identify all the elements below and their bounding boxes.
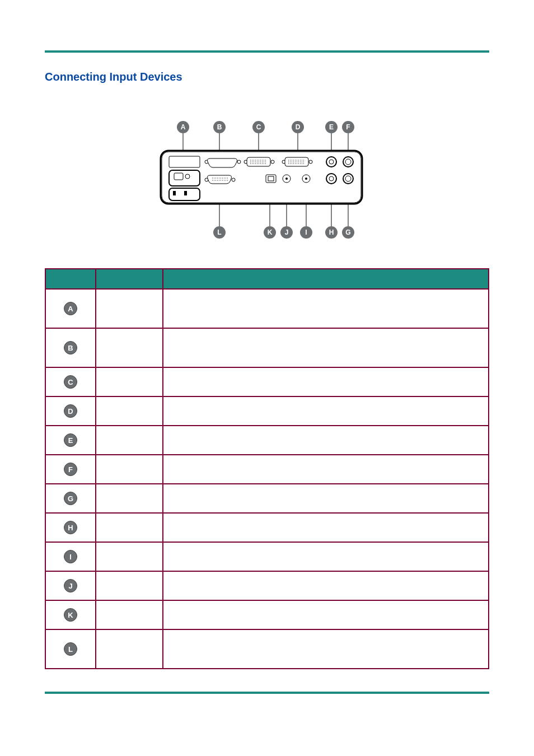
row-h-desc bbox=[163, 513, 489, 542]
svg-point-44 bbox=[285, 178, 288, 180]
row-a-label bbox=[96, 289, 163, 328]
svg-point-48 bbox=[329, 176, 334, 181]
table-row: I bbox=[45, 542, 489, 571]
callout-f-icon: F bbox=[346, 123, 350, 131]
callout-k-icon: K bbox=[268, 228, 273, 236]
row-l-label bbox=[96, 629, 163, 669]
table-row: H bbox=[45, 513, 489, 542]
rear-panel-diagram: A B C D E F bbox=[45, 117, 489, 246]
badge-k-icon: K bbox=[64, 608, 77, 622]
svg-point-17 bbox=[185, 174, 190, 179]
callout-j-icon: J bbox=[285, 228, 289, 236]
top-divider bbox=[45, 50, 489, 53]
svg-rect-16 bbox=[174, 173, 183, 180]
svg-point-36 bbox=[309, 160, 312, 164]
badge-d-icon: D bbox=[64, 404, 77, 418]
bottom-divider bbox=[45, 692, 489, 694]
svg-point-46 bbox=[305, 178, 307, 180]
table-row: L bbox=[45, 629, 489, 669]
badge-l-icon: L bbox=[64, 642, 77, 656]
row-c-desc bbox=[163, 367, 489, 396]
badge-b-icon: B bbox=[64, 341, 77, 354]
svg-point-40 bbox=[345, 159, 351, 165]
table-header-icon bbox=[45, 269, 96, 289]
callout-d-icon: D bbox=[296, 123, 301, 131]
row-b-desc bbox=[163, 328, 489, 367]
callout-i-icon: I bbox=[305, 228, 307, 236]
svg-rect-20 bbox=[184, 191, 187, 195]
badge-c-icon: C bbox=[64, 375, 77, 389]
callout-g-icon: G bbox=[345, 228, 350, 236]
row-k-label bbox=[96, 600, 163, 629]
table-row: J bbox=[45, 571, 489, 600]
svg-point-31 bbox=[271, 160, 274, 164]
svg-point-50 bbox=[345, 176, 351, 181]
section-title: Connecting Input Devices bbox=[45, 71, 489, 83]
row-h-label bbox=[96, 513, 163, 542]
badge-f-icon: F bbox=[64, 463, 77, 476]
row-j-desc bbox=[163, 571, 489, 600]
svg-point-22 bbox=[237, 160, 241, 164]
svg-rect-15 bbox=[169, 170, 200, 186]
table-row: F bbox=[45, 455, 489, 484]
row-f-desc bbox=[163, 455, 489, 484]
row-a-desc bbox=[163, 289, 489, 328]
svg-point-38 bbox=[329, 160, 334, 164]
badge-g-icon: G bbox=[64, 492, 77, 505]
row-g-desc bbox=[163, 484, 489, 513]
row-l-desc bbox=[163, 629, 489, 669]
callout-c-icon: C bbox=[256, 123, 261, 131]
row-e-label bbox=[96, 426, 163, 455]
row-c-label bbox=[96, 367, 163, 396]
port-table: A B C D E bbox=[45, 268, 489, 669]
row-k-desc bbox=[163, 600, 489, 629]
row-d-label bbox=[96, 396, 163, 426]
row-d-desc bbox=[163, 396, 489, 426]
table-header-desc bbox=[163, 269, 489, 289]
row-i-label bbox=[96, 542, 163, 571]
table-row: E bbox=[45, 426, 489, 455]
table-row: K bbox=[45, 600, 489, 629]
callout-e-icon: E bbox=[329, 123, 334, 131]
callout-l-icon: L bbox=[217, 228, 221, 236]
table-row: B bbox=[45, 328, 489, 367]
page: Connecting Input Devices A B C D E F bbox=[0, 0, 534, 716]
rear-panel-svg: A B C D E F bbox=[155, 117, 379, 246]
table-row: D bbox=[45, 396, 489, 426]
badge-e-icon: E bbox=[64, 433, 77, 447]
svg-rect-14 bbox=[169, 156, 200, 167]
svg-rect-19 bbox=[173, 191, 176, 195]
table-header-label bbox=[96, 269, 163, 289]
row-b-label bbox=[96, 328, 163, 367]
table-row: G bbox=[45, 484, 489, 513]
callout-a-icon: A bbox=[181, 123, 186, 131]
badge-j-icon: J bbox=[64, 579, 77, 592]
row-j-label bbox=[96, 571, 163, 600]
svg-rect-42 bbox=[268, 176, 274, 181]
badge-i-icon: I bbox=[64, 550, 77, 563]
badge-a-icon: A bbox=[64, 302, 77, 315]
row-f-label bbox=[96, 455, 163, 484]
row-e-desc bbox=[163, 426, 489, 455]
row-g-label bbox=[96, 484, 163, 513]
table-row: A bbox=[45, 289, 489, 328]
callout-h-icon: H bbox=[329, 228, 334, 236]
table-header-row bbox=[45, 269, 489, 289]
svg-point-26 bbox=[232, 178, 235, 181]
badge-h-icon: H bbox=[64, 521, 77, 534]
row-i-desc bbox=[163, 542, 489, 571]
callout-b-icon: B bbox=[217, 123, 222, 131]
table-row: C bbox=[45, 367, 489, 396]
